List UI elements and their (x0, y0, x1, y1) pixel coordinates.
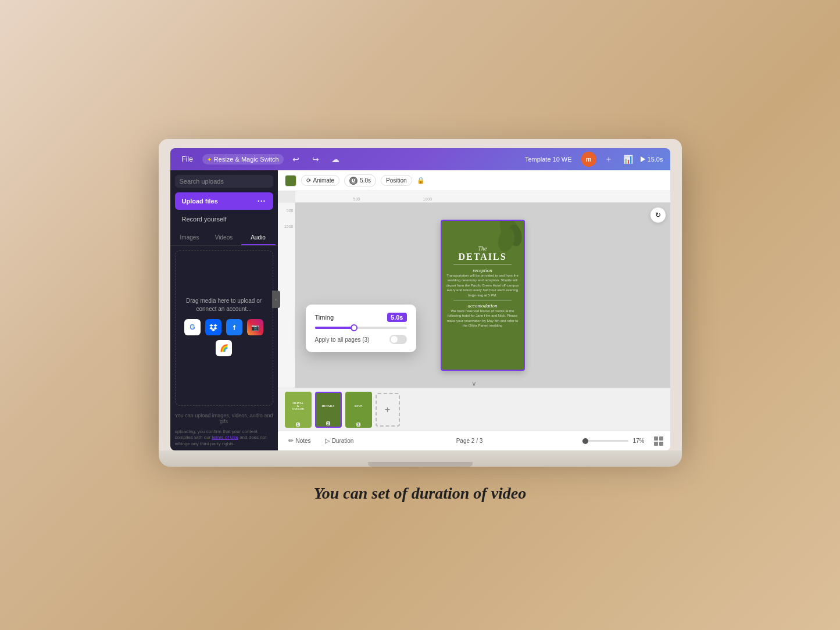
top-bar: File ✦ Resize & Magic Switch ↩ ↪ ☁ Templ… (170, 148, 670, 170)
analytics-btn[interactable]: 📊 (621, 152, 636, 167)
add-page-btn[interactable]: + (376, 393, 400, 427)
timing-btn[interactable]: 5.0s (344, 174, 376, 187)
zoom-thumb[interactable] (582, 438, 588, 444)
bottom-bar: ✏ Notes ▷ Duration Page 2 / 3 (278, 431, 670, 450)
zoom-slider[interactable] (582, 440, 628, 442)
tab-videos[interactable]: Videos (207, 231, 241, 245)
thumbnail-2[interactable]: DETAILS 2 (315, 392, 342, 428)
canvas-content[interactable]: The DETAILS reception Transportation wil… (295, 203, 670, 388)
ruler-mark-500: 500 (353, 197, 360, 201)
file-menu[interactable]: File (177, 153, 198, 166)
upload-note: You can upload images, videos, audio and… (170, 410, 278, 427)
canvas-main: 500 1000 500 1500 (278, 191, 670, 388)
avatar[interactable]: m (581, 152, 596, 167)
timing-value[interactable]: 5.0s (387, 313, 406, 322)
search-input[interactable] (175, 175, 273, 188)
card-divider-2 (453, 300, 512, 300)
apply-all-row: Apply to all pages (3) (315, 335, 407, 344)
grid-view-btn[interactable] (654, 436, 663, 446)
timing-slider[interactable] (315, 327, 407, 329)
record-yourself-btn[interactable]: Record yourself (175, 212, 273, 226)
card-text-2: We have reserved blocks of rooms at the … (446, 309, 519, 328)
thumb-2-inner: DETAILS (316, 393, 341, 420)
magic-switch-btn[interactable]: ✦ Resize & Magic Switch (202, 154, 284, 164)
search-area (170, 170, 278, 192)
page-info-text: Page 2 / 3 (456, 438, 483, 444)
refresh-btn[interactable]: ↻ (650, 207, 666, 223)
magic-switch-label: Resize & Magic Switch (214, 156, 279, 163)
page-info: Page 2 / 3 (357, 438, 581, 444)
tab-images[interactable]: Images (173, 231, 207, 245)
ruler-mark-1000: 1000 (423, 197, 432, 201)
timing-label-text: Timing (315, 314, 334, 321)
timing-popup: Timing 5.0s Apply to all pages (3) (306, 305, 416, 352)
sidebar-tabs: Images Videos Audio (170, 231, 278, 246)
canvas-toolbar: ⟳ Animate 5.0s Position 🔒 (278, 170, 670, 191)
svg-line-2 (353, 181, 355, 181)
caption: You can set of duration of video (314, 484, 527, 503)
drag-text: Drag media here to upload or connect an … (180, 297, 268, 313)
instagram-icon[interactable]: 📷 (247, 319, 263, 335)
upload-drop-area[interactable]: Drag media here to upload or connect an … (175, 250, 273, 406)
facebook-icon[interactable]: f (226, 319, 242, 335)
animate-icon: ⟳ (306, 177, 311, 184)
grid-cell-2 (659, 436, 663, 441)
template-name: Template 10 WE (525, 156, 572, 163)
terms-link[interactable]: terms of Use (212, 435, 238, 440)
thumbnail-3[interactable]: RSVP 3 (345, 392, 372, 428)
lock-icon[interactable]: 🔒 (417, 177, 425, 184)
add-btn[interactable]: ＋ (601, 152, 616, 167)
timing-slider-fill (315, 327, 356, 329)
thumbnail-1[interactable]: OLIVIA&TAYLOR 1 (285, 392, 312, 428)
sidebar: Upload files ··· Record yourself Images … (170, 170, 278, 450)
play-icon (641, 156, 645, 162)
thumbnail-strip: OLIVIA&TAYLOR 1 DETAILS 2 (278, 388, 670, 431)
duration-label: Duration (332, 438, 354, 444)
sidebar-collapse-handle[interactable]: ‹ (272, 291, 278, 308)
color-swatch[interactable] (285, 175, 296, 187)
position-btn[interactable]: Position (381, 175, 412, 186)
ruler-v-500: 500 (287, 209, 294, 213)
upload-btn-more: ··· (258, 196, 266, 206)
undo-btn[interactable]: ↩ (288, 152, 303, 167)
bottom-right: 17% (582, 436, 663, 446)
google-drive-icon[interactable]: G (184, 319, 201, 335)
redo-btn[interactable]: ↪ (308, 152, 323, 167)
thumb-1-inner: OLIVIA&TAYLOR (285, 392, 312, 421)
duration-btn[interactable]: ▷ Duration (321, 436, 358, 446)
ruler-horizontal: 500 1000 (295, 191, 670, 203)
animate-btn[interactable]: ⟳ Animate (301, 175, 340, 186)
duration-icon: ▷ (325, 437, 330, 445)
card-section-2: accomodation (468, 303, 498, 309)
tab-audio[interactable]: Audio (241, 231, 276, 245)
laptop-wrapper: File ✦ Resize & Magic Switch ↩ ↪ ☁ Templ… (159, 139, 682, 467)
canvas-area: ⟳ Animate 5.0s Position 🔒 (278, 170, 670, 450)
apply-all-toggle[interactable] (389, 335, 407, 344)
leaf-decoration (489, 221, 524, 267)
magic-star-icon: ✦ (207, 156, 212, 163)
card-text-1: Transportation will be provided to and f… (446, 273, 519, 298)
google-photos-icon[interactable]: 🌈 (216, 340, 232, 356)
timing-label: 5.0s (360, 177, 371, 184)
laptop-base (159, 450, 682, 467)
cloud-btn[interactable]: ☁ (328, 152, 343, 167)
apply-all-label: Apply to all pages (3) (315, 337, 370, 343)
card-section-1: reception (473, 267, 492, 273)
timing-slider-thumb[interactable] (351, 324, 358, 331)
dropbox-icon[interactable] (205, 319, 221, 335)
duration-display: 15.0s (648, 156, 663, 163)
notes-label: Notes (296, 438, 311, 444)
bottom-left: ✏ Notes ▷ Duration (285, 436, 358, 446)
notes-btn[interactable]: ✏ Notes (285, 436, 314, 446)
upload-files-btn[interactable]: Upload files ··· (175, 192, 273, 210)
play-btn[interactable]: 15.0s (641, 156, 663, 163)
design-card[interactable]: The DETAILS reception Transportation wil… (441, 220, 525, 371)
grid-cell-3 (654, 442, 658, 446)
clock-icon (349, 177, 358, 185)
grid-cell-4 (659, 442, 663, 446)
chevron-down-icon[interactable]: ∨ (471, 380, 477, 388)
notes-icon: ✏ (288, 437, 294, 445)
upload-btn-label: Upload files (182, 198, 218, 205)
thumb-1-num: 1 (296, 423, 301, 427)
screen-bezel: File ✦ Resize & Magic Switch ↩ ↪ ☁ Templ… (159, 139, 682, 450)
